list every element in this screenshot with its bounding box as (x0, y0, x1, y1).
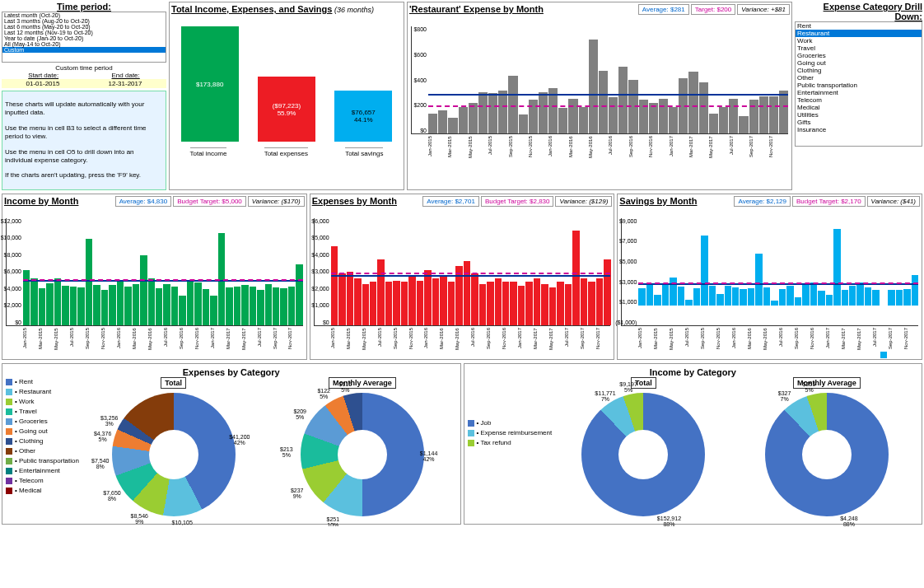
sav-avg: Average: $2,129 (734, 196, 791, 207)
drill-title: Expense Category Drill Down: (795, 2, 922, 21)
info-box: These charts will update automatically w… (2, 91, 166, 190)
sav-var: Variance: ($41) (867, 196, 920, 207)
inc-cat-title: Income by Category (468, 367, 919, 377)
time-period-select[interactable]: Latest month (Oct-20)Last 3 months (Aug-… (2, 12, 166, 63)
time-period-title: Time period: (2, 2, 166, 12)
sav-tgt: Budget Target: $2,170 (792, 196, 866, 207)
inc-legend: • Job• Expense reimbursement• Tax refund (468, 418, 553, 448)
inc-var: Variance: ($170) (248, 196, 305, 207)
drill-select[interactable]: RentRestaurantWorkTravelGroceriesGoing o… (795, 21, 922, 147)
info-line: Use the menu in cell O5 to drill down in… (5, 148, 163, 166)
totals-months: (36 months) (334, 6, 374, 14)
expenses-month-panel: Expenses by Month Average: $2,701 Budget… (310, 194, 615, 360)
inc-tgt: Budget Target: $5,000 (173, 196, 246, 207)
info-line: If the charts aren't updating, press the… (5, 171, 163, 180)
income-bar: $173,880 (181, 26, 239, 142)
rest-target: Target: $200 (691, 4, 735, 15)
restaurant-chart: $800$600$400$200$0 (411, 26, 788, 134)
start-date-label: Start date: (28, 72, 58, 79)
income-m-title: Income by Month (4, 196, 78, 206)
custom-period-label: Custom time period (2, 64, 166, 72)
savings-month-panel: Savings by Month Average: $2,129 Budget … (617, 194, 922, 360)
exp-var: Variance: ($129) (555, 196, 612, 207)
exp-total-label: Total (161, 377, 186, 389)
exp-category-panel: Expenses by Category • Rent• Restaurant•… (2, 363, 461, 525)
inc-avg: Average: $4,830 (115, 196, 172, 207)
totals-panel: Total Income, Expenses, and Savings (36 … (169, 2, 404, 190)
sav-m-title: Savings by Month (619, 196, 697, 206)
info-line: These charts will update automatically w… (5, 100, 163, 118)
inc-donut-total: $152,91288%$11,7717%$9,1975% (581, 393, 705, 516)
savings-label: Total savings (345, 147, 383, 157)
income-chart: $12,000$10,000$8,000$6,000$4,000$2,000$0 (6, 218, 303, 326)
exp-cat-title: Expenses by Category (6, 367, 457, 377)
exp-tgt: Budget Target: $2,830 (481, 196, 554, 207)
savings-chart: $9,000$7,000$5,000$3,000$1,000($1,000) (621, 218, 918, 326)
exp-donut-total: $41,20042%$10,10510%$8,5469%$7,6508%$7,5… (112, 393, 236, 516)
expenses-label: Total expenses (264, 147, 308, 157)
totals-title: Total Income, Expenses, and Savings (171, 4, 332, 14)
income-label: Total income (190, 147, 227, 157)
rest-avg: Average: $281 (638, 4, 689, 15)
exp-legend: • Rent• Restaurant• Work• Travel• Grocer… (6, 377, 79, 496)
end-date-label: End date: (112, 72, 140, 79)
rest-var: Variance: +$81 (737, 4, 790, 15)
savings-bar: $76,65744.1% (334, 91, 392, 142)
info-line: Use the menu in cell B3 to select a diff… (5, 124, 163, 142)
end-date-input[interactable] (84, 79, 166, 88)
expenses-chart: $6,000$5,000$4,000$3,000$2,000$1,000$0 (314, 218, 611, 326)
restaurant-panel: 'Restaurant' Expense by Month Average: $… (407, 2, 792, 190)
expenses-bar: ($97,223)55.9% (258, 77, 315, 142)
income-month-panel: Income by Month Average: $4,830 Budget T… (2, 194, 307, 360)
start-date-input[interactable] (2, 79, 84, 88)
exp-m-title: Expenses by Month (312, 196, 397, 206)
exp-donut-avg: $1,14442%$25110%$2379%$2135%$2095%$1225%… (301, 393, 424, 516)
exp-avg: Average: $2,701 (422, 196, 479, 207)
inc-category-panel: Income by Category • Job• Expense reimbu… (464, 363, 923, 525)
restaurant-title: 'Restaurant' Expense by Month (409, 4, 544, 14)
inc-donut-avg: $4,24888%$3277%$2555% (765, 393, 889, 516)
